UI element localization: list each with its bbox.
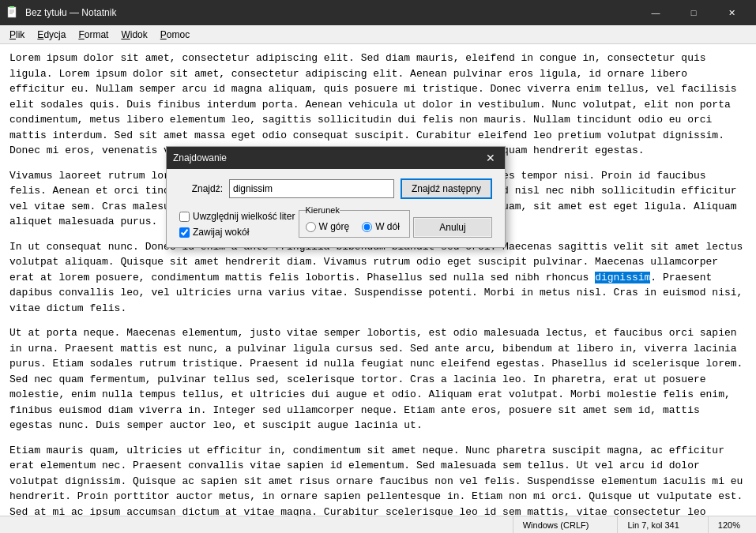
text-area[interactable]: Lorem ipsum dolor sit amet, consectetur … [0,44,756,516]
find-dialog: Znajdowanie ✕ Znajdź: Znajdź następny Uw… [166,146,506,248]
find-next-button[interactable]: Znajdź następny [401,178,492,199]
menu-edycja[interactable]: Edycja [31,25,72,43]
wrap-checkbox[interactable] [179,227,190,238]
cancel-button[interactable]: Anuluj [413,217,492,238]
window-title: Bez tytułu — Notatnik [25,7,116,18]
find-dialog-body: Znajdź: Znajdź następny Uwzględnij wielk… [167,169,505,247]
highlighted-word: dignissim [595,272,650,283]
menu-bar: Plik Edycja Format Widok Pomoc [0,25,756,44]
menu-pomoc[interactable]: Pomoc [154,25,196,43]
find-middle: Kierunek W górę W dół [299,205,410,238]
svg-rect-0 [8,7,16,17]
find-options-left: Uwzględnij wielkość liter Zawijaj wokół [179,211,295,238]
menu-widok[interactable]: Widok [115,25,153,43]
svg-rect-1 [9,6,14,8]
find-dialog-title: Znajdowanie [173,152,227,163]
find-options-row: Uwzględnij wielkość liter Zawijaj wokół … [179,205,492,238]
title-bar: Bez tytułu — Notatnik — □ ✕ [0,0,756,25]
find-label: Znajdź: [179,183,223,194]
case-sensitive-label[interactable]: Uwzględnij wielkość liter [179,211,295,222]
notepad-icon [6,6,19,19]
find-buttons: Anuluj [413,217,492,238]
title-bar-controls: — □ ✕ [638,0,750,25]
find-dialog-titlebar: Znajdowanie ✕ [167,147,505,169]
menu-plik[interactable]: Plik [3,25,31,43]
direction-legend: Kierunek [306,205,340,215]
direction-up-label[interactable]: W górę [306,221,350,232]
direction-options: W górę W dół [306,221,400,232]
find-text-input[interactable] [229,179,394,198]
minimize-button[interactable]: — [638,0,674,25]
direction-up-radio[interactable] [306,222,316,232]
position-status: Lin 7, kol 341 [617,516,688,533]
direction-group: Kierunek W górę W dół [299,205,410,238]
title-bar-left: Bez tytułu — Notatnik [6,6,116,19]
close-button[interactable]: ✕ [713,0,750,25]
find-checkboxes: Uwzględnij wielkość liter Zawijaj wokół [179,211,295,238]
status-bar: Windows (CRLF) Lin 7, kol 341 120% [0,516,756,533]
zoom-status: 120% [708,516,750,533]
direction-down-radio[interactable] [362,222,372,232]
maximize-button[interactable]: □ [675,0,712,25]
menu-format[interactable]: Format [72,25,115,43]
find-input-row: Znajdź: Znajdź następny [179,178,492,199]
wrap-label[interactable]: Zawijaj wokół [179,227,295,238]
case-sensitive-checkbox[interactable] [179,212,190,222]
encoding-status: Windows (CRLF) [513,516,599,533]
find-dialog-close-button[interactable]: ✕ [483,150,498,166]
direction-down-label[interactable]: W dół [362,221,400,232]
